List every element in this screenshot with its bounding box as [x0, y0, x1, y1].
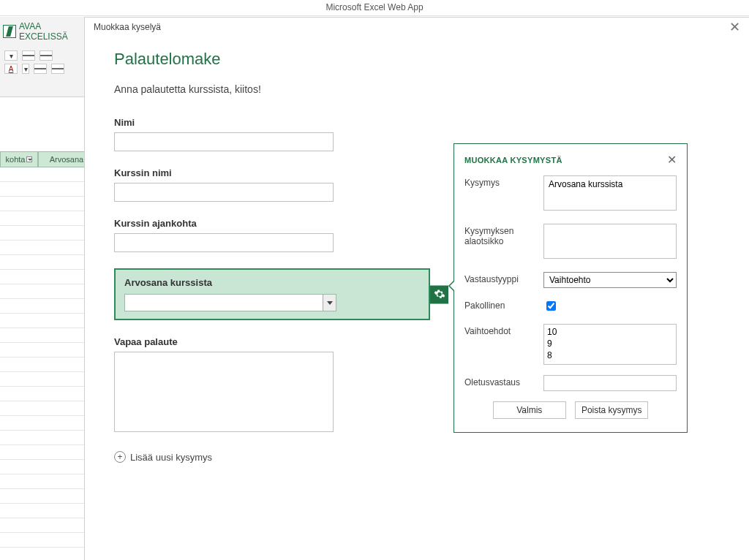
course-name-input[interactable]: [114, 183, 334, 202]
table-row[interactable]: [0, 431, 95, 445]
done-button[interactable]: Valmis: [493, 401, 566, 419]
grade-dropdown[interactable]: [124, 294, 336, 311]
list-item[interactable]: 9: [547, 338, 673, 349]
table-row[interactable]: [0, 489, 95, 504]
free-feedback-input[interactable]: [114, 352, 334, 432]
table-row[interactable]: [0, 197, 95, 211]
app-title-bar: Microsoft Excel Web App: [0, 0, 749, 16]
table-row[interactable]: [0, 182, 95, 197]
default-answer-input[interactable]: [543, 375, 677, 391]
align-justify-icon[interactable]: [51, 64, 64, 74]
survey-title[interactable]: Palautelomake: [114, 50, 720, 69]
align-left-icon[interactable]: [22, 50, 35, 61]
course-time-input[interactable]: [114, 233, 334, 252]
response-type-select[interactable]: Vaihtoehto: [543, 272, 677, 288]
question-text-input[interactable]: Arvosana kurssista: [543, 175, 677, 211]
edit-panel-title: MUOKKAA KYSYMYSTÄ: [464, 156, 562, 164]
survey-description[interactable]: Anna palautetta kurssista, kiitos!: [114, 83, 720, 95]
table-row[interactable]: [0, 226, 95, 241]
list-item[interactable]: 10: [547, 326, 673, 338]
table-row[interactable]: [0, 518, 95, 533]
table-row[interactable]: [0, 387, 95, 401]
question-label: Nimi: [114, 117, 720, 128]
open-in-excel-label: AVAA EXCELISSÄ: [19, 21, 91, 42]
table-row[interactable]: [0, 401, 95, 416]
table-row[interactable]: [0, 167, 95, 182]
choices-listbox[interactable]: 10 9 8: [543, 324, 677, 365]
required-label: Pakollinen: [464, 298, 543, 314]
modal-title: Muokkaa kyselyä: [94, 22, 161, 32]
table-row[interactable]: [0, 241, 95, 255]
column-header-1[interactable]: kohta: [0, 151, 38, 167]
app-title: Microsoft Excel Web App: [325, 2, 423, 12]
table-row[interactable]: [0, 284, 95, 299]
choices-label: Vaihtoehdot: [464, 324, 543, 365]
table-row[interactable]: [0, 255, 95, 270]
table-row[interactable]: [0, 328, 95, 343]
response-type-label: Vastaustyyppi: [464, 272, 543, 288]
subtitle-field-label: Kysymyksen alaotsikko: [464, 224, 543, 262]
question-block-grade-selected[interactable]: Arvosana kurssista: [114, 268, 430, 320]
table-row[interactable]: [0, 343, 95, 357]
filter-icon[interactable]: [26, 156, 32, 162]
gear-icon[interactable]: [430, 285, 448, 303]
table-row[interactable]: [0, 314, 95, 328]
open-in-excel-button[interactable]: AVAA EXCELISSÄ: [0, 17, 94, 42]
font-color-dropdown[interactable]: ▾: [22, 64, 29, 74]
table-row[interactable]: [0, 416, 95, 431]
question-field-label: Kysymys: [464, 175, 543, 213]
add-question-button[interactable]: + Lisää uusi kysymys: [114, 451, 720, 463]
edit-question-panel: MUOKKAA KYSYMYSTÄ ✕ Kysymys Arvosana kur…: [453, 143, 688, 433]
list-item[interactable]: 8: [547, 349, 673, 361]
table-row[interactable]: [0, 372, 95, 387]
default-answer-label: Oletusvastaus: [464, 375, 543, 391]
table-row[interactable]: [0, 270, 95, 284]
table-row[interactable]: [0, 445, 95, 460]
table-row[interactable]: [0, 504, 95, 518]
question-label: Arvosana kurssista: [124, 277, 420, 288]
table-row[interactable]: [0, 533, 95, 548]
required-checkbox[interactable]: [546, 301, 556, 311]
align-left-2-icon[interactable]: [34, 64, 47, 74]
add-question-label: Lisää uusi kysymys: [130, 452, 212, 463]
close-icon[interactable]: ✕: [729, 19, 740, 35]
subtitle-text-input[interactable]: [543, 224, 677, 259]
panel-connector-arrow: [448, 280, 454, 292]
table-row[interactable]: [0, 460, 95, 474]
name-input[interactable]: [114, 132, 334, 151]
table-row[interactable]: [0, 299, 95, 314]
table-header-row: kohta Arvosana: [0, 151, 95, 167]
ribbon-fragment: AVAA EXCELISSÄ ▾ A ▾: [0, 17, 95, 97]
chevron-down-icon[interactable]: [323, 295, 336, 311]
align-center-icon[interactable]: [39, 50, 53, 61]
plus-icon: +: [114, 451, 126, 463]
table-row[interactable]: [0, 474, 95, 489]
excel-icon: [3, 25, 16, 38]
table-row[interactable]: [0, 357, 95, 372]
table-row[interactable]: [0, 211, 95, 226]
spreadsheet-fragment: kohta Arvosana: [0, 97, 95, 560]
close-icon[interactable]: ✕: [667, 153, 677, 167]
font-color-button[interactable]: A: [4, 64, 18, 74]
format-dropdown[interactable]: ▾: [4, 50, 18, 61]
delete-question-button[interactable]: Poista kysymys: [575, 401, 648, 419]
